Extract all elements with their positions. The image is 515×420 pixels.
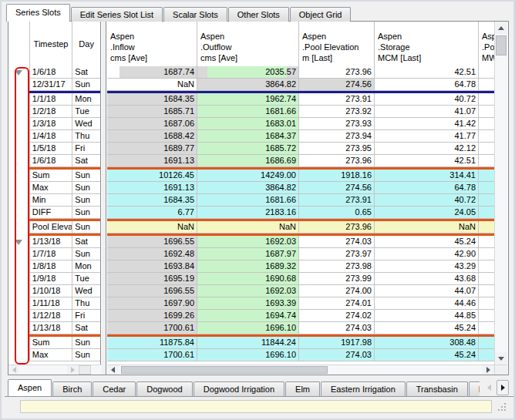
value-cell[interactable]: 1683.01 — [197, 118, 299, 130]
value-cell[interactable] — [479, 130, 494, 143]
slot-column-header[interactable]: Aspen.Pool Elevationm [Last] — [299, 22, 375, 66]
day-cell[interactable]: Tue — [72, 106, 100, 118]
scroll-left-button[interactable] — [8, 365, 19, 375]
value-cell[interactable]: 1692.03 — [197, 236, 299, 248]
value-cell[interactable]: NaN — [197, 221, 299, 234]
scroll-up-button[interactable] — [495, 22, 507, 34]
value-cell[interactable]: 1684.35 — [107, 194, 197, 207]
day-cell[interactable]: Sun — [72, 79, 100, 91]
value-cell[interactable]: 45.24 — [375, 349, 479, 361]
value-cell[interactable]: 314.41 — [375, 170, 479, 182]
value-cell[interactable]: 1687.74 — [107, 66, 197, 79]
value-cell[interactable] — [479, 285, 494, 297]
day-cell[interactable]: Tue — [72, 273, 100, 285]
value-cell[interactable]: 1917.98 — [299, 337, 375, 349]
value-cell[interactable]: 24.05 — [375, 207, 479, 219]
value-cell[interactable]: 273.97 — [299, 248, 375, 260]
vertical-scroll-thumb[interactable] — [496, 35, 507, 55]
value-cell[interactable] — [479, 297, 494, 310]
object-tab-elm[interactable]: Elm — [285, 381, 320, 396]
timestep-cell[interactable]: 1/4/18 — [29, 130, 72, 143]
value-cell[interactable]: 273.95 — [299, 143, 375, 155]
values-horizontal-scrollbar[interactable] — [107, 365, 494, 375]
day-cell[interactable]: Wed — [72, 118, 100, 130]
value-cell[interactable]: 1696.10 — [197, 322, 299, 334]
object-tab-dogwood[interactable]: Dogwood — [136, 381, 192, 396]
collapse-triangle-icon[interactable] — [15, 70, 22, 76]
value-cell[interactable]: 0.65 — [299, 207, 375, 219]
value-cell[interactable]: 44.46 — [375, 297, 479, 310]
value-cell[interactable] — [479, 322, 494, 334]
timestep-cell[interactable]: 1/1/18 — [29, 93, 72, 106]
value-cell[interactable]: 1684.37 — [197, 130, 299, 143]
expander-cell[interactable] — [8, 66, 29, 79]
value-cell[interactable]: 273.92 — [299, 106, 375, 118]
value-cell[interactable] — [479, 79, 494, 91]
day-cell[interactable]: Mon — [72, 260, 100, 273]
day-cell[interactable]: Sun — [72, 182, 100, 194]
timestep-cell[interactable]: Max — [29, 182, 72, 194]
timestep-cell[interactable]: 1/12/18 — [29, 310, 72, 322]
day-cell[interactable]: Mon — [72, 93, 100, 106]
value-cell[interactable]: 1692.48 — [107, 248, 197, 260]
timestep-cell[interactable]: 1/8/18 — [29, 260, 72, 273]
timestep-horizontal-scrollbar[interactable] — [8, 365, 102, 375]
tab-object-grid[interactable]: Object Grid — [290, 7, 352, 22]
value-cell[interactable]: 45.24 — [375, 322, 479, 334]
value-cell[interactable]: 1699.26 — [107, 310, 197, 322]
value-cell[interactable]: 1686.69 — [197, 155, 299, 167]
timestep-cell[interactable]: 1/9/18 — [29, 273, 72, 285]
value-cell[interactable] — [479, 337, 494, 349]
tab-other-slots[interactable]: Other Slots — [228, 7, 289, 22]
timestep-cell[interactable]: 1/3/18 — [29, 118, 72, 130]
timestep-cell[interactable]: Sum — [29, 170, 72, 182]
value-cell[interactable]: 43.68 — [375, 273, 479, 285]
value-cell[interactable]: 1684.35 — [107, 93, 197, 106]
object-tab-cedar[interactable]: Cedar — [93, 381, 136, 396]
value-cell[interactable]: 14249.00 — [197, 170, 299, 182]
value-cell[interactable] — [479, 260, 494, 273]
vertical-scrollbar[interactable] — [494, 22, 507, 365]
day-cell[interactable]: Fri — [72, 143, 100, 155]
collapse-triangle-icon[interactable] — [15, 240, 22, 245]
value-cell[interactable]: 1685.71 — [107, 106, 197, 118]
value-cell[interactable]: 1681.66 — [197, 194, 299, 207]
value-cell[interactable]: 273.98 — [299, 260, 375, 273]
timestep-cell[interactable]: Max — [29, 349, 72, 361]
day-cell[interactable]: Sun — [72, 170, 100, 182]
value-cell[interactable]: 1695.19 — [107, 273, 197, 285]
day-cell[interactable]: Sun — [72, 349, 100, 361]
value-cell[interactable] — [479, 310, 494, 322]
value-cell[interactable]: 273.99 — [299, 273, 375, 285]
value-cell[interactable]: 44.85 — [375, 310, 479, 322]
tab-edit-series-slot-list[interactable]: Edit Series Slot List — [71, 7, 163, 22]
day-cell[interactable]: Fri — [72, 310, 100, 322]
value-cell[interactable]: 64.78 — [375, 182, 479, 194]
value-cell[interactable]: 1690.68 — [197, 273, 299, 285]
value-cell[interactable]: 1696.10 — [197, 349, 299, 361]
value-cell[interactable] — [479, 118, 494, 130]
value-cell[interactable]: 274.56 — [299, 79, 375, 91]
value-cell[interactable] — [479, 106, 494, 118]
value-cell[interactable]: NaN — [107, 79, 197, 91]
value-cell[interactable]: 273.96 — [299, 66, 375, 79]
value-cell[interactable]: 308.48 — [375, 337, 479, 349]
value-cell[interactable]: 1688.42 — [107, 130, 197, 143]
day-cell[interactable]: Sun — [72, 194, 100, 207]
value-cell[interactable] — [479, 93, 494, 106]
day-cell[interactable]: Sun — [72, 207, 100, 219]
timestep-cell[interactable]: 1/13/18 — [29, 322, 72, 334]
timestep-cell[interactable]: Min — [29, 194, 72, 207]
tab-scroll-right-button[interactable] — [496, 380, 509, 395]
timestep-cell[interactable]: DIFF — [29, 207, 72, 219]
value-cell[interactable]: 1700.61 — [107, 322, 197, 334]
day-cell[interactable]: Sat — [72, 322, 100, 334]
value-cell[interactable] — [479, 143, 494, 155]
timestep-cell[interactable]: Sum — [29, 337, 72, 349]
value-cell[interactable]: 1696.55 — [107, 285, 197, 297]
value-cell[interactable]: 273.96 — [299, 155, 375, 167]
value-cell[interactable]: 45.24 — [375, 236, 479, 248]
tab-scalar-slots[interactable]: Scalar Slots — [163, 7, 227, 22]
scroll-left-button[interactable] — [107, 365, 119, 375]
value-cell[interactable]: 42.90 — [375, 248, 479, 260]
